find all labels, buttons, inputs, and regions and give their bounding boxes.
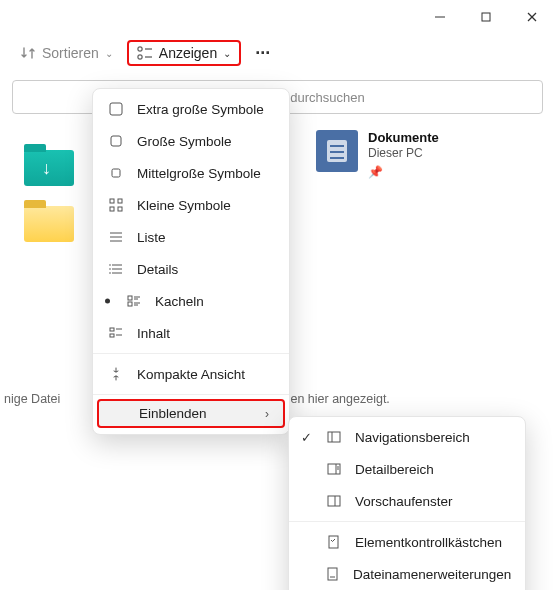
menu-label: Navigationsbereich xyxy=(355,430,470,445)
documents-subtitle: Dieser PC xyxy=(368,146,439,161)
menu-show-submenu[interactable]: Einblenden › xyxy=(97,399,285,428)
svg-rect-10 xyxy=(112,169,120,177)
menu-medium-icons[interactable]: Mittelgroße Symbole xyxy=(93,157,289,189)
menu-label: Große Symbole xyxy=(137,134,232,149)
svg-rect-9 xyxy=(111,136,121,146)
submenu-file-extensions[interactable]: Dateinamenerweiterungen xyxy=(289,558,525,590)
xl-icon xyxy=(107,100,125,118)
list-icon xyxy=(107,228,125,246)
checkbox-icon xyxy=(325,533,343,551)
menu-list[interactable]: Liste xyxy=(93,221,289,253)
tiles-icon xyxy=(125,292,143,310)
submenu-preview-pane[interactable]: Vorschaufenster xyxy=(289,485,525,517)
svg-rect-40 xyxy=(328,496,340,506)
menu-label: Kacheln xyxy=(155,294,204,309)
content-icon xyxy=(107,324,125,342)
view-button[interactable]: Anzeigen ⌄ xyxy=(127,40,241,66)
chevron-right-icon: › xyxy=(265,407,269,421)
compact-icon xyxy=(107,365,125,383)
bullet-icon xyxy=(105,299,110,304)
menu-separator xyxy=(289,521,525,522)
submenu-item-checkboxes[interactable]: Elementkontrollkästchen xyxy=(289,526,525,558)
show-submenu: ✓ Navigationsbereich Detailbereich Vorsc… xyxy=(288,416,526,590)
menu-label: Liste xyxy=(137,230,166,245)
svg-rect-12 xyxy=(118,199,122,203)
menu-large-icons[interactable]: Große Symbole xyxy=(93,125,289,157)
menu-label: Details xyxy=(137,262,178,277)
menu-label: Dateinamenerweiterungen xyxy=(353,567,511,582)
sort-label: Sortieren xyxy=(42,45,99,61)
menu-label: Einblenden xyxy=(139,406,207,421)
folder-icon xyxy=(24,202,74,242)
menu-content[interactable]: Inhalt xyxy=(93,317,289,349)
lg-icon xyxy=(107,132,125,150)
documents-icon xyxy=(316,130,358,172)
svg-rect-24 xyxy=(128,296,132,300)
menu-small-icons[interactable]: Kleine Symbole xyxy=(93,189,289,221)
maximize-icon xyxy=(481,12,491,22)
documents-title: Dokumente xyxy=(368,130,439,146)
menu-label: Extra große Symbole xyxy=(137,102,264,117)
chevron-down-icon: ⌄ xyxy=(105,48,113,59)
svg-rect-5 xyxy=(138,55,142,59)
svg-rect-1 xyxy=(482,13,490,21)
detail-pane-icon xyxy=(325,460,343,478)
menu-label: Vorschaufenster xyxy=(355,494,453,509)
minimize-icon xyxy=(435,12,445,22)
menu-separator xyxy=(93,394,289,395)
preview-pane-icon xyxy=(325,492,343,510)
menu-label: Detailbereich xyxy=(355,462,434,477)
view-label: Anzeigen xyxy=(159,45,217,61)
menu-compact-view[interactable]: Kompakte Ansicht xyxy=(93,358,289,390)
view-menu: Extra große Symbole Große Symbole Mittel… xyxy=(92,88,290,435)
svg-point-21 xyxy=(109,264,111,266)
close-icon xyxy=(527,12,537,22)
svg-rect-14 xyxy=(118,207,122,211)
menu-separator xyxy=(93,353,289,354)
view-icon xyxy=(137,45,153,61)
svg-rect-42 xyxy=(329,536,338,548)
hint-left: nige Datei xyxy=(4,392,60,406)
svg-point-22 xyxy=(109,268,111,270)
documents-text: Dokumente Dieser PC 📌 xyxy=(368,130,439,180)
more-button[interactable]: ··· xyxy=(245,43,280,64)
nav-pane-icon xyxy=(325,428,343,446)
downloads-folder-icon: ↓ xyxy=(24,146,74,186)
menu-label: Kleine Symbole xyxy=(137,198,231,213)
sm-icon xyxy=(107,196,125,214)
file-ext-icon xyxy=(325,565,341,583)
menu-label: Elementkontrollkästchen xyxy=(355,535,502,550)
menu-label: Inhalt xyxy=(137,326,170,341)
explorer-window: Sortieren ⌄ Anzeigen ⌄ ··· llzugriff" du… xyxy=(0,0,555,590)
documents-tile[interactable]: Dokumente Dieser PC 📌 xyxy=(316,130,439,180)
svg-point-23 xyxy=(109,272,111,274)
maximize-button[interactable] xyxy=(463,0,509,34)
svg-rect-11 xyxy=(110,199,114,203)
svg-rect-4 xyxy=(138,47,142,51)
menu-label: Mittelgroße Symbole xyxy=(137,166,261,181)
menu-extra-large-icons[interactable]: Extra große Symbole xyxy=(93,93,289,125)
toolbar: Sortieren ⌄ Anzeigen ⌄ ··· xyxy=(0,34,555,72)
svg-rect-34 xyxy=(328,432,340,442)
menu-label: Kompakte Ansicht xyxy=(137,367,245,382)
svg-rect-27 xyxy=(128,302,132,306)
svg-rect-8 xyxy=(110,103,122,115)
md-icon xyxy=(107,164,125,182)
svg-rect-13 xyxy=(110,207,114,211)
submenu-details-pane[interactable]: Detailbereich xyxy=(289,453,525,485)
menu-tiles[interactable]: Kacheln xyxy=(93,285,289,317)
menu-details[interactable]: Details xyxy=(93,253,289,285)
submenu-navigation-pane[interactable]: ✓ Navigationsbereich xyxy=(289,421,525,453)
svg-rect-30 xyxy=(110,328,114,331)
chevron-down-icon: ⌄ xyxy=(223,48,231,59)
svg-rect-43 xyxy=(328,568,337,580)
check-icon: ✓ xyxy=(301,430,312,445)
sort-button[interactable]: Sortieren ⌄ xyxy=(10,40,123,66)
titlebar xyxy=(0,0,555,34)
sort-icon xyxy=(20,45,36,61)
svg-rect-32 xyxy=(110,334,114,337)
pin-icon: 📌 xyxy=(368,165,439,180)
details-icon xyxy=(107,260,125,278)
minimize-button[interactable] xyxy=(417,0,463,34)
close-button[interactable] xyxy=(509,0,555,34)
